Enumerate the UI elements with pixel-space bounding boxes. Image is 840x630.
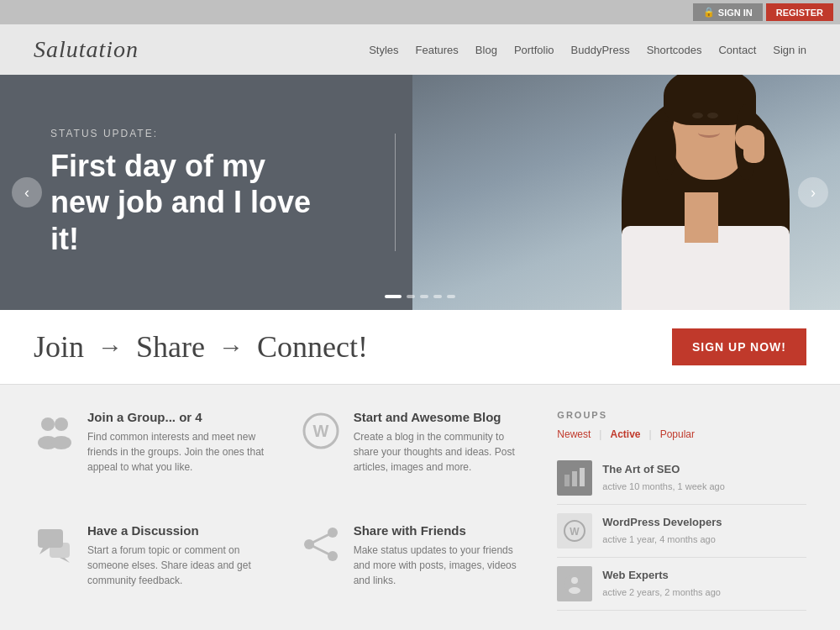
svg-point-3 [51,436,71,449]
group-icon [34,410,76,452]
group-thumb-wp: W [557,513,592,549]
svg-line-13 [309,533,333,544]
cta-join: Join [34,329,84,365]
cta-connect: Connect! [257,329,368,365]
site-logo: Salutation [34,36,139,63]
group-name-wp: WordPress Developers [602,516,722,528]
main-nav: Styles Features Blog Portfolio BuddyPres… [369,42,806,57]
feature-share-text: Share with Friends Make status updates t… [354,523,533,588]
slider-dot-1[interactable] [385,295,402,298]
svg-rect-17 [580,468,585,486]
slider-dot-4[interactable] [433,295,442,298]
group-name-seo: The Art of SEO [602,463,725,475]
slider-title: First day of my new job and I love it! [50,148,328,257]
chat-icon [34,523,76,565]
svg-marker-7 [39,548,50,554]
nav-signin[interactable]: Sign in [773,44,806,56]
signin-button[interactable]: 🔒 SIGN IN [693,3,763,21]
svg-rect-15 [564,475,570,486]
svg-point-1 [55,417,68,431]
group-activity-web: active 2 years, 2 months ago [602,587,721,597]
slider-text: STATUS UPDATE: First day of my new job a… [0,102,378,282]
feature-join-group: Join a Group... or 4 Find common interes… [34,410,266,498]
group-info-wp: WordPress Developers active 1 year, 4 mo… [602,516,722,546]
slider-dot-5[interactable] [447,295,455,298]
svg-point-21 [571,577,578,584]
header: Salutation Styles Features Blog Portfoli… [0,24,840,75]
feature-start-blog: W Start and Awesome Blog Create a blog i… [300,410,533,498]
slider-prev-button[interactable]: ‹ [12,177,42,207]
feature-share-title: Share with Friends [354,523,533,538]
nav-portfolio[interactable]: Portfolio [514,44,554,56]
group-thumb-web [557,566,592,601]
svg-text:W: W [570,526,580,538]
sidebar-tabs: Newest | Active | Popular [557,428,806,440]
group-thumb-seo [557,460,592,496]
slider-divider [395,134,396,251]
feature-discussion-title: Have a Discussion [87,523,266,538]
nav-features[interactable]: Features [416,44,459,56]
sidebar: GROUPS Newest | Active | Popular The Art… [557,410,806,611]
nav-styles[interactable]: Styles [369,44,398,56]
slider-image [412,75,840,310]
feature-join-group-title: Join a Group... or 4 [87,410,266,424]
feature-start-blog-title: Start and Awesome Blog [354,410,533,424]
group-activity-seo: active 10 months, 1 week ago [602,481,725,491]
feature-share-desc: Make status updates to your friends and … [354,543,533,588]
slider-dot-2[interactable] [407,295,415,298]
nav-buddypress[interactable]: BuddyPress [571,44,630,56]
svg-rect-16 [572,471,577,486]
cta-arrow-2: → [218,333,244,361]
feature-discussion-desc: Start a forum topic or comment on someon… [87,543,266,588]
svg-point-22 [569,587,580,594]
svg-line-14 [309,544,333,556]
group-info-web: Web Experts active 2 years, 2 months ago [602,569,721,599]
nav-contact[interactable]: Contact [718,44,756,56]
slider-dots [385,295,455,298]
feature-start-blog-desc: Create a blog in the community to share … [354,429,533,475]
lock-icon: 🔒 [703,7,715,18]
top-bar: 🔒 SIGN IN REGISTER [0,0,840,24]
svg-marker-9 [60,558,70,563]
slider-dot-3[interactable] [420,295,428,298]
feature-join-group-text: Join a Group... or 4 Find common interes… [87,410,266,475]
group-name-web: Web Experts [602,569,721,581]
wordpress-icon: W [300,410,342,452]
sidebar-groups-title: GROUPS [557,410,806,420]
nav-blog[interactable]: Blog [475,44,497,56]
hero-slider: STATUS UPDATE: First day of my new job a… [0,75,840,310]
feature-discussion-text: Have a Discussion Start a forum topic or… [87,523,266,588]
cta-arrow-1: → [97,333,123,361]
svg-text:W: W [312,422,328,440]
svg-rect-8 [50,543,70,558]
group-item-wp[interactable]: W WordPress Developers active 1 year, 4 … [557,505,806,558]
group-item-seo[interactable]: The Art of SEO active 10 months, 1 week … [557,452,806,505]
slider-next-button[interactable]: › [798,177,828,207]
sidebar-tab-newest[interactable]: Newest [557,428,591,440]
signup-button[interactable]: SIGN UP NOW! [672,328,806,365]
sidebar-tab-active[interactable]: Active [610,428,640,440]
cta-share: Share [136,329,205,365]
feature-join-group-desc: Find common interests and meet new frien… [87,429,266,475]
slider-label: STATUS UPDATE: [50,128,328,139]
cta-text: Join → Share → Connect! [34,329,368,365]
group-item-web[interactable]: Web Experts active 2 years, 2 months ago [557,558,806,611]
features-grid: Join a Group... or 4 Find common interes… [34,410,532,611]
cta-bar: Join → Share → Connect! SIGN UP NOW! [0,310,840,384]
svg-point-0 [41,417,55,431]
feature-share: Share with Friends Make status updates t… [300,523,533,612]
feature-start-blog-text: Start and Awesome Blog Create a blog in … [354,410,533,475]
register-button[interactable]: REGISTER [766,3,833,21]
main-content: Join a Group... or 4 Find common interes… [0,384,840,630]
feature-discussion: Have a Discussion Start a forum topic or… [34,523,266,612]
group-info-seo: The Art of SEO active 10 months, 1 week … [602,463,725,493]
group-activity-wp: active 1 year, 4 months ago [602,534,716,544]
sidebar-tab-popular[interactable]: Popular [660,428,695,440]
nav-shortcodes[interactable]: Shortcodes [647,44,702,56]
share-icon [300,523,342,565]
